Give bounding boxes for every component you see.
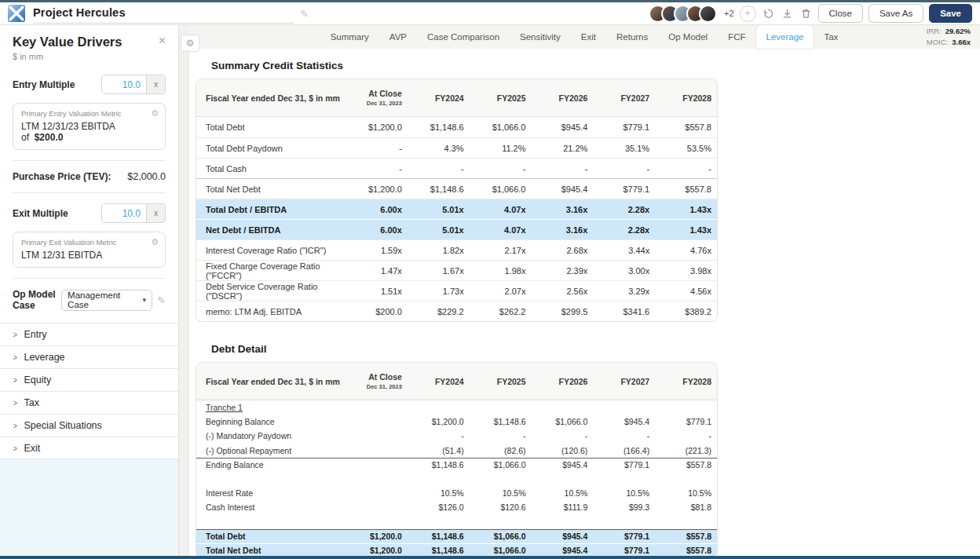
row-label: Interest Coverage Ratio ("ICR") [196,240,346,260]
sidebar-section-tax[interactable]: >Tax [0,391,178,414]
year-header: FY2027 [593,79,655,116]
tab-case-comparison[interactable]: Case Comparison [417,25,510,49]
row-cell: $779.1 [593,544,655,556]
table-row [196,472,717,486]
project-title-field[interactable]: Project Hercules [33,3,294,24]
row-cell: 4.07x [470,220,532,239]
row-cell: - [532,429,594,443]
row-cell: $200.0 [346,301,408,321]
leverage-content-panel: Summary Credit Statistics Fiscal Year en… [188,49,980,556]
add-collaborator-button[interactable]: + [740,5,756,22]
row-cell: $1,148.6 [408,179,470,199]
tab-tax[interactable]: Tax [814,25,848,49]
row-cell: 2.28x [593,199,655,219]
close-panel-icon[interactable]: × [159,35,166,47]
row-cell [655,400,717,415]
row-cell [346,459,408,472]
tab-fcf[interactable]: FCF [718,25,755,49]
row-cell: 21.2% [532,138,594,158]
row-cell: $120.6 [470,500,532,514]
save-button[interactable]: Save [929,4,972,23]
tab-avp[interactable]: AVP [379,25,417,49]
sidebar-section-special-situations[interactable]: >Special Situations [0,414,178,437]
exit-multiple-label: Exit Multiple [13,208,68,219]
row-cell [532,400,594,415]
row-cell: $299.5 [532,301,594,321]
row-cell: $1,148.6 [470,415,532,429]
driver-sections: >Entry>Leverage>Equity>Tax>Special Situa… [0,323,178,459]
row-cell: $81.8 [655,500,717,514]
sidebar-filler [0,459,178,556]
row-cell: $1,200.0 [346,530,408,543]
bottom-edge-bar [0,556,980,559]
row-cell: 4.3% [408,138,470,158]
irr-value: 29.62% [945,26,971,37]
delete-icon[interactable] [799,7,813,20]
table-row: (-) Optional Repayment(51.4)(82.6)(120.6… [196,444,717,458]
table-row: Total Debt Paydown-4.3%11.2%21.2%35.1%53… [196,137,717,158]
tab-leverage[interactable]: Leverage [756,25,814,49]
row-label: Tranche 1 [196,400,346,415]
row-cell: - [346,138,408,158]
collaborator-avatars[interactable] [649,5,717,23]
row-cell: - [470,159,532,178]
row-cell: - [408,159,470,178]
row-cell: 2.17x [470,240,532,260]
gear-icon[interactable]: ⚙ [151,108,159,119]
row-cell: $945.4 [532,530,594,543]
extra-collaborators-count[interactable]: +2 [724,9,734,18]
tab-strip: SummaryAVPCase ComparisonSensitivityExit… [188,25,980,49]
entry-valuation-metric-card[interactable]: Primary Entry Valuation Metric ⚙ LTM 12/… [13,103,166,150]
entry-multiple-input[interactable]: 10.0 x [101,75,166,94]
save-as-button[interactable]: Save As [868,4,923,23]
tab-sensitivity[interactable]: Sensitivity [510,25,571,49]
row-cell: 3.16x [532,199,594,219]
row-cell: 10.5% [408,486,470,500]
sidebar-section-exit[interactable]: >Exit [0,437,178,459]
table-row: Interest Rate10.5%10.5%10.5%10.5%10.5% [196,486,717,500]
tab-exit[interactable]: Exit [571,25,606,49]
returns-summary: IRR:29.62% MOIC:3.66x [927,26,971,47]
exit-metric-label: Primary Exit Valuation Metric [21,238,157,247]
row-label: Net Debt / EBITDA [196,220,346,239]
row-cell [532,515,594,529]
sidebar-section-leverage[interactable]: >Leverage [0,345,178,368]
tab-summary[interactable]: Summary [320,25,379,49]
tab-returns[interactable]: Returns [606,25,658,49]
row-cell: $1,066.0 [532,415,594,429]
row-cell: - [593,159,655,178]
tab-bar: SummaryAVPCase ComparisonSensitivityExit… [320,25,849,49]
row-label: Fixed Charge Coverage Ratio ("FCCR") [196,261,346,280]
row-label: (-) Optional Repayment [196,444,346,458]
tab-op-model[interactable]: Op Model [658,25,718,49]
history-icon[interactable] [762,7,775,20]
exit-valuation-metric-card[interactable]: Primary Exit Valuation Metric ⚙ LTM 12/3… [13,232,166,268]
chevron-down-icon: ▾ [138,296,147,304]
gear-icon[interactable]: ⚙ [151,237,159,247]
row-cell: (166.4) [593,444,655,458]
close-button[interactable]: Close [818,4,863,23]
row-cell [346,472,408,486]
avatar[interactable] [699,5,717,23]
op-model-case-select[interactable]: Management Case ▾ [61,290,152,311]
sidebar-section-equity[interactable]: >Equity [0,368,178,391]
section-label: Equity [24,374,51,385]
row-label: Total Debt / EBITDA [196,199,346,219]
edit-case-icon[interactable]: ✎ [157,294,166,306]
sidebar-section-entry[interactable]: >Entry [0,323,178,345]
app-logo-icon [8,5,25,22]
row-cell: 10.5% [532,486,594,500]
table-header-label: Fiscal Year ended Dec 31, $ in mm [196,363,346,400]
year-header: FY2028 [655,79,717,116]
exit-multiple-input[interactable]: 10.0 x [101,203,166,223]
row-cell: 2.68x [532,240,594,260]
row-cell: $99.3 [593,500,655,514]
table-row: Fixed Charge Coverage Ratio ("FCCR")1.47… [196,260,717,280]
edit-title-icon[interactable]: ✎ [300,8,309,20]
table-row: memo: LTM Adj. EBITDA$200.0$229.2$262.2$… [196,301,717,321]
settings-tab[interactable]: ⚙ [181,35,199,52]
row-cell: - [408,429,470,443]
download-icon[interactable] [781,7,794,20]
row-cell: 2.56x [532,281,594,301]
row-cell [532,472,594,486]
